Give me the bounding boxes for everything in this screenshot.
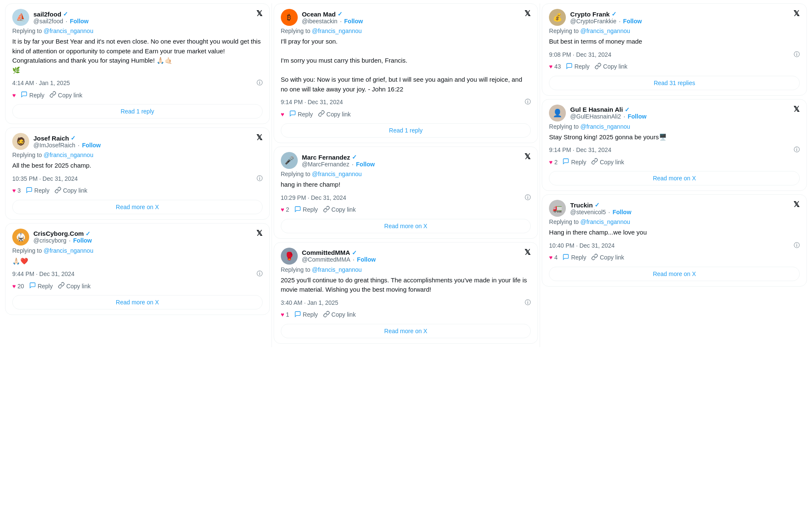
username: @CryptoFrankkie [570,18,616,25]
mention[interactable]: @francis_ngannou [44,152,93,158]
follow-button[interactable]: Follow [356,161,375,168]
avatar[interactable]: 🚛 [549,200,566,217]
follow-button[interactable]: Follow [612,209,631,215]
tweet-text: Stay Strong king! 2025 gonna be yours🖥️ [549,133,800,142]
reply-button[interactable]: Reply [294,311,318,319]
like-button[interactable]: ♥1 [281,311,289,318]
tweet-text: It is by far your Best Year and it's not… [12,37,263,75]
mention[interactable]: @francis_ngannou [580,123,630,130]
info-icon[interactable]: ⓘ [525,98,531,106]
copy-link-button[interactable]: Copy link [318,110,351,118]
reply-button[interactable]: Reply [21,91,44,99]
reply-button[interactable]: Reply [566,63,590,71]
info-icon[interactable]: ⓘ [257,175,263,182]
x-icon[interactable]: 𝕏 [524,9,531,18]
like-button[interactable]: ♥ [12,92,16,99]
x-icon[interactable]: 𝕏 [256,229,263,238]
info-icon[interactable]: ⓘ [794,242,800,249]
info-icon[interactable]: ⓘ [525,194,531,202]
x-icon[interactable]: 𝕏 [793,9,800,18]
info-icon[interactable]: ⓘ [525,299,531,306]
like-count: 4 [554,254,558,261]
x-icon[interactable]: 𝕏 [524,248,531,257]
reply-button[interactable]: Reply [289,110,313,118]
avatar[interactable]: 🥋 [12,229,29,246]
like-button[interactable]: ♥2 [281,206,289,213]
copy-link-button[interactable]: Copy link [323,311,356,319]
copy-link-button[interactable]: Copy link [55,187,88,195]
tweet-actions: ♥4ReplyCopy link [549,254,800,262]
avatar[interactable]: 👤 [549,105,566,121]
reply-button[interactable]: Reply [562,254,586,262]
like-button[interactable]: ♥20 [12,283,24,290]
read-more-button[interactable]: Read more on X [12,295,263,309]
tweet-actions: ♥2ReplyCopy link [281,206,531,214]
read-more-button[interactable]: Read 31 replies [549,76,800,90]
avatar[interactable]: 🧔 [12,133,29,150]
follow-button[interactable]: Follow [357,256,376,263]
reply-label: Reply [34,187,49,194]
mention[interactable]: @francis_ngannou [44,247,93,254]
avatar[interactable]: 🥊 [281,248,298,265]
tweet-actions: ♥2ReplyCopy link [549,158,800,166]
reply-button[interactable]: Reply [294,206,318,214]
follow-button[interactable]: Follow [82,142,101,149]
read-more-button[interactable]: Read more on X [12,200,263,214]
x-icon[interactable]: 𝕏 [793,200,800,209]
copy-link-button[interactable]: Copy link [591,254,624,262]
like-button[interactable]: ♥4 [549,254,557,261]
read-more-button[interactable]: Read more on X [281,219,531,233]
copy-link-button[interactable]: Copy link [323,206,356,214]
mention[interactable]: @francis_ngannou [44,28,93,34]
reply-button[interactable]: Reply [562,158,586,166]
x-icon[interactable]: 𝕏 [256,9,263,18]
copy-link-button[interactable]: Copy link [49,91,82,99]
reply-button[interactable]: Reply [26,187,49,195]
info-icon[interactable]: ⓘ [794,146,800,154]
info-icon[interactable]: ⓘ [794,51,800,58]
read-more-button[interactable]: Read more on X [549,267,800,281]
copy-link-label: Copy link [332,311,356,318]
mention[interactable]: @francis_ngannou [312,28,362,34]
display-name: CrisCyborg.Com ✓ [33,230,92,237]
copy-link-button[interactable]: Copy link [595,63,628,71]
link-icon [58,282,65,290]
tweet-header: 🚛Truckin ✓@stevenicol5·Follow𝕏 [549,200,800,217]
username: @stevenicol5 [570,209,606,215]
display-name: Josef Raich ✓ [33,135,101,142]
like-button[interactable]: ♥43 [549,63,561,70]
follow-button[interactable]: Follow [70,18,88,25]
tweet-card-sail2food: ⛵sail2food ✓@sail2food·Follow𝕏Replying t… [5,3,270,124]
follow-button[interactable]: Follow [73,237,92,244]
copy-link-button[interactable]: Copy link [591,158,624,166]
follow-button[interactable]: Follow [344,18,363,25]
reply-button[interactable]: Reply [29,282,53,290]
heart-icon: ♥ [281,206,284,213]
info-icon[interactable]: ⓘ [257,270,263,278]
avatar[interactable]: 🎤 [281,152,298,169]
read-more-button[interactable]: Read more on X [549,171,800,185]
avatar[interactable]: ₿ [281,9,298,26]
mention[interactable]: @francis_ngannou [312,266,362,273]
x-icon[interactable]: 𝕏 [793,105,800,114]
follow-button[interactable]: Follow [623,18,642,25]
mention[interactable]: @francis_ngannou [312,171,362,177]
mention[interactable]: @francis_ngannou [580,218,630,225]
avatar[interactable]: 💰 [549,9,566,26]
read-more-button[interactable]: Read 1 reply [281,123,531,138]
copy-link-label: Copy link [63,187,88,194]
read-more-button[interactable]: Read more on X [281,324,531,338]
avatar[interactable]: ⛵ [12,9,29,26]
read-more-button[interactable]: Read 1 reply [12,104,263,119]
tweet-timestamp: 10:40 PM · Dec 31, 2024 [549,242,614,249]
copy-link-button[interactable]: Copy link [58,282,91,290]
like-button[interactable]: ♥ [281,111,284,118]
mention[interactable]: @francis_ngannou [580,28,630,34]
like-button[interactable]: ♥3 [12,187,21,194]
info-icon[interactable]: ⓘ [257,79,263,87]
like-button[interactable]: ♥2 [549,159,557,166]
link-icon [591,158,598,166]
x-icon[interactable]: 𝕏 [256,133,263,142]
x-icon[interactable]: 𝕏 [524,152,531,161]
follow-button[interactable]: Follow [628,113,646,120]
